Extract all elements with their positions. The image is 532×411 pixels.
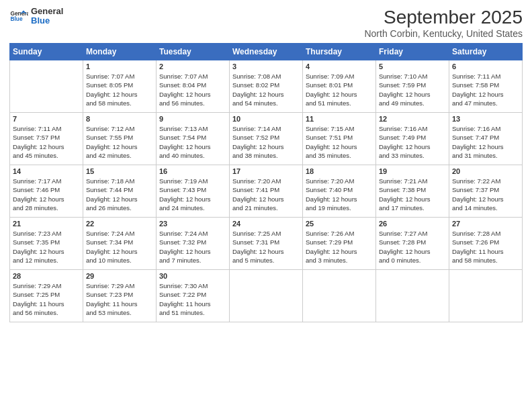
logo: General Blue General Blue [9,7,63,26]
day-info: Sunrise: 7:20 AM Sunset: 7:40 PM Dayligh… [306,177,373,212]
day-info: Sunrise: 7:08 AM Sunset: 8:02 PM Dayligh… [232,72,300,107]
day-info: Sunrise: 7:11 AM Sunset: 7:57 PM Dayligh… [13,124,80,160]
day-info: Sunrise: 7:09 AM Sunset: 8:01 PM Dayligh… [306,72,373,107]
day-number: 19 [379,167,446,175]
calendar-cell: 3Sunrise: 7:08 AM Sunset: 8:02 PM Daylig… [230,60,303,113]
day-info: Sunrise: 7:17 AM Sunset: 7:46 PM Dayligh… [13,177,80,212]
day-info: Sunrise: 7:10 AM Sunset: 7:59 PM Dayligh… [379,72,446,107]
day-header-friday: Friday [376,44,449,60]
day-number: 14 [13,167,80,175]
logo-general: General [31,7,63,16]
calendar-cell: 20Sunrise: 7:22 AM Sunset: 7:37 PM Dayli… [449,165,523,218]
header: General Blue General Blue September 2025… [9,7,523,39]
page-subtitle: North Corbin, Kentucky, United States [364,28,523,39]
calendar-cell: 12Sunrise: 7:16 AM Sunset: 7:49 PM Dayli… [376,113,449,165]
day-info: Sunrise: 7:07 AM Sunset: 8:04 PM Dayligh… [159,72,226,107]
calendar-cell: 6Sunrise: 7:11 AM Sunset: 7:58 PM Daylig… [449,60,523,113]
day-number: 12 [379,115,446,123]
week-row-2: 14Sunrise: 7:17 AM Sunset: 7:46 PM Dayli… [10,165,523,218]
day-info: Sunrise: 7:25 AM Sunset: 7:31 PM Dayligh… [232,229,300,265]
calendar-cell [303,270,376,322]
day-info: Sunrise: 7:21 AM Sunset: 7:38 PM Dayligh… [379,177,446,212]
calendar-cell: 10Sunrise: 7:14 AM Sunset: 7:52 PM Dayli… [230,113,303,165]
day-number: 24 [232,220,300,228]
day-info: Sunrise: 7:30 AM Sunset: 7:22 PM Dayligh… [159,281,226,317]
day-number: 28 [13,272,80,280]
calendar-cell [376,270,449,322]
calendar-cell: 30Sunrise: 7:30 AM Sunset: 7:22 PM Dayli… [157,270,230,322]
calendar-cell: 22Sunrise: 7:24 AM Sunset: 7:34 PM Dayli… [83,218,157,270]
calendar-cell: 19Sunrise: 7:21 AM Sunset: 7:38 PM Dayli… [376,165,449,218]
day-info: Sunrise: 7:29 AM Sunset: 7:25 PM Dayligh… [13,281,80,317]
day-info: Sunrise: 7:20 AM Sunset: 7:41 PM Dayligh… [232,177,300,212]
day-number: 6 [452,62,519,71]
day-number: 21 [13,220,80,228]
day-info: Sunrise: 7:13 AM Sunset: 7:54 PM Dayligh… [159,124,226,160]
day-number: 23 [159,220,226,228]
day-number: 29 [86,272,153,280]
day-info: Sunrise: 7:26 AM Sunset: 7:29 PM Dayligh… [306,229,373,265]
day-number: 4 [306,62,373,71]
day-number: 1 [86,62,153,71]
calendar-cell: 23Sunrise: 7:24 AM Sunset: 7:32 PM Dayli… [157,218,230,270]
calendar-cell: 9Sunrise: 7:13 AM Sunset: 7:54 PM Daylig… [157,113,230,165]
calendar-cell: 1Sunrise: 7:07 AM Sunset: 8:05 PM Daylig… [83,60,157,113]
day-info: Sunrise: 7:23 AM Sunset: 7:35 PM Dayligh… [13,229,80,265]
svg-text:Blue: Blue [10,15,22,22]
day-number: 20 [452,167,519,175]
day-info: Sunrise: 7:14 AM Sunset: 7:52 PM Dayligh… [232,124,300,160]
calendar-cell: 24Sunrise: 7:25 AM Sunset: 7:31 PM Dayli… [230,218,303,270]
calendar-cell: 5Sunrise: 7:10 AM Sunset: 7:59 PM Daylig… [376,60,449,113]
day-number: 3 [232,62,300,71]
day-number: 15 [86,167,153,175]
day-number: 27 [452,220,519,228]
day-info: Sunrise: 7:12 AM Sunset: 7:55 PM Dayligh… [86,124,153,160]
calendar-cell: 14Sunrise: 7:17 AM Sunset: 7:46 PM Dayli… [10,165,83,218]
day-header-monday: Monday [83,44,157,60]
calendar-cell: 8Sunrise: 7:12 AM Sunset: 7:55 PM Daylig… [83,113,157,165]
calendar-cell: 29Sunrise: 7:29 AM Sunset: 7:23 PM Dayli… [83,270,157,322]
calendar-cell: 17Sunrise: 7:20 AM Sunset: 7:41 PM Dayli… [230,165,303,218]
day-info: Sunrise: 7:24 AM Sunset: 7:32 PM Dayligh… [159,229,226,265]
calendar-cell: 4Sunrise: 7:09 AM Sunset: 8:01 PM Daylig… [303,60,376,113]
week-row-4: 28Sunrise: 7:29 AM Sunset: 7:25 PM Dayli… [10,270,523,322]
day-info: Sunrise: 7:28 AM Sunset: 7:26 PM Dayligh… [452,229,519,265]
calendar-cell: 13Sunrise: 7:16 AM Sunset: 7:47 PM Dayli… [449,113,523,165]
calendar-cell: 27Sunrise: 7:28 AM Sunset: 7:26 PM Dayli… [449,218,523,270]
day-number: 2 [159,62,226,71]
day-number: 22 [86,220,153,228]
calendar-cell: 21Sunrise: 7:23 AM Sunset: 7:35 PM Dayli… [10,218,83,270]
calendar: SundayMondayTuesdayWednesdayThursdayFrid… [9,43,523,322]
logo-text: General Blue [31,7,63,26]
calendar-cell: 16Sunrise: 7:19 AM Sunset: 7:43 PM Dayli… [157,165,230,218]
day-number: 18 [306,167,373,175]
day-number: 25 [306,220,373,228]
calendar-cell: 15Sunrise: 7:18 AM Sunset: 7:44 PM Dayli… [83,165,157,218]
day-header-tuesday: Tuesday [157,44,230,60]
day-header-sunday: Sunday [10,44,83,60]
title-block: September 2025 North Corbin, Kentucky, U… [364,7,523,39]
day-number: 9 [159,115,226,123]
day-number: 8 [86,115,153,123]
calendar-cell: 18Sunrise: 7:20 AM Sunset: 7:40 PM Dayli… [303,165,376,218]
day-info: Sunrise: 7:27 AM Sunset: 7:28 PM Dayligh… [379,229,446,265]
day-number: 11 [306,115,373,123]
day-number: 13 [452,115,519,123]
calendar-cell [230,270,303,322]
calendar-header-row: SundayMondayTuesdayWednesdayThursdayFrid… [10,44,523,60]
day-number: 17 [232,167,300,175]
day-number: 7 [13,115,80,123]
day-header-saturday: Saturday [449,44,523,60]
logo-blue: Blue [31,16,63,26]
calendar-cell: 2Sunrise: 7:07 AM Sunset: 8:04 PM Daylig… [157,60,230,113]
week-row-0: 1Sunrise: 7:07 AM Sunset: 8:05 PM Daylig… [10,60,523,113]
day-info: Sunrise: 7:16 AM Sunset: 7:49 PM Dayligh… [379,124,446,160]
day-info: Sunrise: 7:29 AM Sunset: 7:23 PM Dayligh… [86,281,153,317]
day-header-thursday: Thursday [303,44,376,60]
day-info: Sunrise: 7:19 AM Sunset: 7:43 PM Dayligh… [159,177,226,212]
calendar-cell [10,60,83,113]
day-number: 30 [159,272,226,280]
day-info: Sunrise: 7:24 AM Sunset: 7:34 PM Dayligh… [86,229,153,265]
day-info: Sunrise: 7:16 AM Sunset: 7:47 PM Dayligh… [452,124,519,160]
calendar-cell: 25Sunrise: 7:26 AM Sunset: 7:29 PM Dayli… [303,218,376,270]
